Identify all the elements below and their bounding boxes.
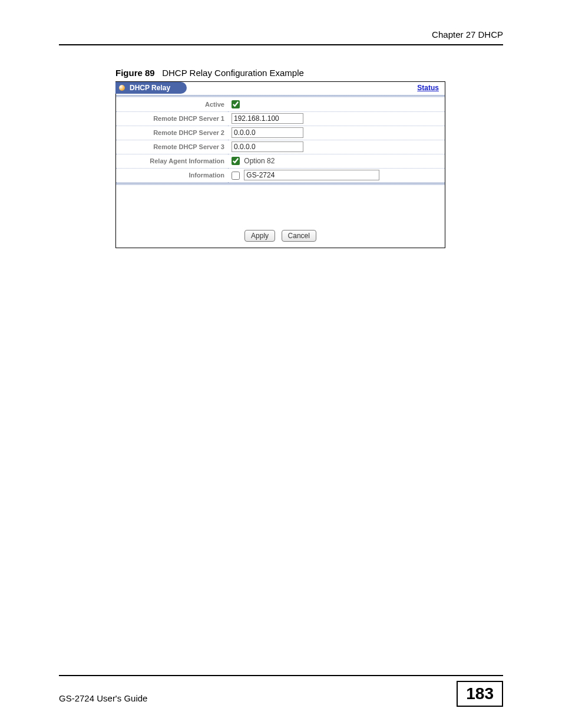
row-server2: Remote DHCP Server 2 — [116, 126, 445, 140]
panel-title-pill: DHCP Relay — [115, 82, 187, 94]
figure-caption: Figure 89 DHCP Relay Configuration Examp… — [115, 68, 503, 78]
row-information: Information — [116, 168, 445, 182]
figure-number: Figure 89 — [115, 68, 155, 78]
status-link[interactable]: Status — [417, 84, 439, 92]
active-checkbox[interactable] — [232, 100, 240, 108]
footer-guide: GS-2724 User's Guide — [59, 693, 147, 703]
information-input[interactable] — [244, 170, 379, 180]
row-server1: Remote DHCP Server 1 — [116, 111, 445, 126]
button-row: Apply Cancel — [116, 185, 445, 248]
figure-title: DHCP Relay Configuration Example — [162, 68, 304, 78]
row-relay-agent: Relay Agent Information Option 82 — [116, 154, 445, 168]
information-checkbox[interactable] — [232, 172, 240, 180]
row-active: Active — [116, 97, 445, 111]
chapter-header: Chapter 27 DHCP — [59, 29, 503, 43]
option82-checkbox[interactable] — [232, 157, 240, 165]
header-rule — [59, 44, 503, 45]
footer-rule — [59, 675, 503, 676]
page-number: 183 — [457, 681, 503, 707]
panel-title-text: DHCP Relay — [130, 84, 170, 92]
label-server3: Remote DHCP Server 3 — [116, 140, 228, 154]
label-relay-agent: Relay Agent Information — [116, 154, 228, 168]
server2-input[interactable] — [232, 127, 303, 138]
page-footer: GS-2724 User's Guide 183 — [59, 675, 503, 707]
label-information: Information — [116, 168, 228, 182]
cancel-button[interactable]: Cancel — [282, 230, 316, 242]
config-table: Active Remote DHCP Server 1 Remote DHCP … — [116, 97, 445, 183]
label-server2: Remote DHCP Server 2 — [116, 126, 228, 140]
row-server3: Remote DHCP Server 3 — [116, 140, 445, 154]
panel-header: DHCP Relay Status — [116, 82, 445, 95]
server3-input[interactable] — [232, 141, 303, 152]
label-active: Active — [116, 97, 228, 111]
apply-button[interactable]: Apply — [244, 230, 275, 242]
option82-label: Option 82 — [244, 157, 275, 165]
server1-input[interactable] — [232, 113, 303, 124]
label-server1: Remote DHCP Server 1 — [116, 111, 228, 126]
panel-title-icon — [119, 85, 125, 91]
dhcp-relay-panel: DHCP Relay Status Active Remote DHCP Ser… — [115, 81, 445, 248]
